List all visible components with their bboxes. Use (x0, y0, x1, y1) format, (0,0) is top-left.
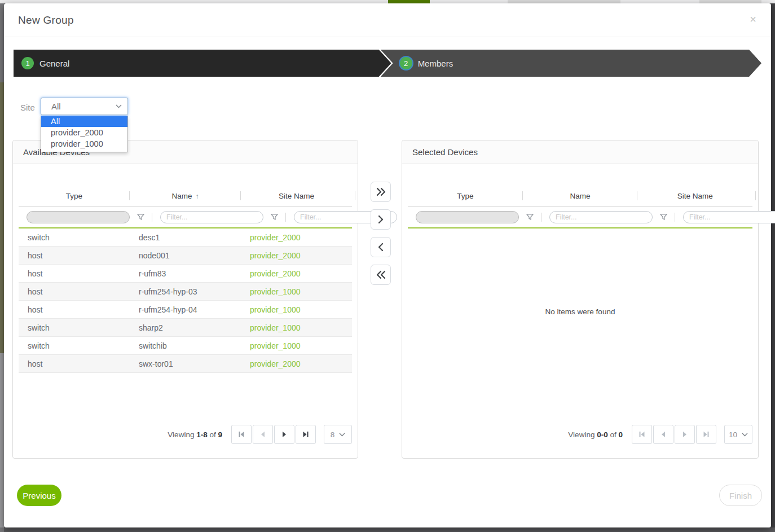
column-header-type[interactable]: Type (19, 192, 130, 200)
move-all-left-button[interactable] (371, 265, 391, 285)
site-select-value: All (51, 102, 116, 111)
filter-cell-site (675, 211, 775, 223)
backdrop-left-strip (0, 353, 4, 527)
backdrop-right-strip (771, 3, 775, 527)
selected-devices-table: Type Name Site Name (408, 188, 752, 228)
filter-cell-type (19, 211, 152, 223)
move-right-button[interactable] (371, 209, 391, 230)
table-header-row: Type Name↑ Site Name (19, 188, 352, 203)
next-page-button (675, 425, 695, 444)
backdrop-left-strip (0, 82, 4, 353)
table-row[interactable]: switchsharp2provider_1000 (19, 319, 352, 337)
panel-title: Selected Devices (412, 147, 478, 157)
filter-cell-name (152, 211, 286, 223)
page-size-select[interactable]: 10 (724, 425, 752, 444)
selected-pagination: Viewing 0-0 of 0 10 (568, 425, 752, 444)
new-group-dialog: New Group × 1 General 2 Members Site All… (4, 3, 771, 527)
chevron-right-icon (378, 215, 384, 224)
column-header-name[interactable]: Name (523, 192, 638, 200)
sort-ascending-icon: ↑ (196, 192, 199, 200)
finish-button: Finish (719, 485, 762, 506)
table-row[interactable]: switchdesc1provider_2000 (19, 228, 352, 247)
step-label: General (39, 59, 69, 68)
double-chevron-left-icon (376, 270, 386, 279)
site-option-provider-1000[interactable]: provider_1000 (41, 138, 127, 150)
move-all-right-button[interactable] (371, 182, 391, 202)
wizard-step-members[interactable]: 2 Members (381, 50, 761, 77)
available-devices-panel: Available Devices Type Name↑ Site Name (12, 140, 358, 459)
site-label: Site (20, 103, 35, 112)
step-label: Members (418, 59, 453, 68)
funnel-icon[interactable] (526, 214, 534, 221)
step-number-badge: 1 (21, 57, 34, 69)
viewing-summary: Viewing 1-8 of 9 (168, 430, 222, 439)
next-page-button[interactable] (274, 425, 294, 444)
wizard-step-general[interactable]: 1 General (14, 50, 391, 77)
site-filter-input[interactable] (683, 211, 775, 223)
funnel-icon[interactable] (660, 214, 667, 221)
previous-page-button (653, 425, 673, 444)
first-page-button (632, 425, 652, 444)
previous-button[interactable]: Previous (17, 485, 61, 506)
panel-header: Selected Devices (402, 140, 758, 164)
site-option-all[interactable]: All (41, 116, 127, 127)
site-dropdown-list: All provider_2000 provider_1000 (41, 116, 128, 152)
previous-page-button (253, 425, 273, 444)
funnel-icon[interactable] (137, 214, 144, 221)
dialog-header: New Group × (4, 3, 771, 37)
name-filter-input[interactable] (160, 211, 263, 223)
last-page-button[interactable] (296, 425, 316, 444)
column-header-name[interactable]: Name↑ (130, 192, 241, 200)
page-size-select[interactable]: 8 (324, 425, 352, 444)
chevron-down-icon (742, 433, 748, 437)
site-option-provider-2000[interactable]: provider_2000 (41, 127, 127, 138)
table-accent-divider (408, 227, 752, 228)
filter-row (19, 206, 352, 227)
name-filter-input[interactable] (549, 211, 653, 223)
type-filter-input (416, 211, 519, 223)
table-row[interactable]: hostr-ufm83provider_2000 (19, 265, 352, 283)
last-page-button (696, 425, 716, 444)
table-row[interactable]: hostr-ufm254-hyp-04provider_1000 (19, 301, 352, 319)
wizard-steps: 1 General 2 Members (14, 50, 761, 77)
table-row[interactable]: hostswx-tor01provider_2000 (19, 355, 352, 373)
type-filter-input (27, 211, 130, 223)
available-pagination: Viewing 1-8 of 9 8 (168, 425, 352, 444)
column-header-site-name[interactable]: Site Name (637, 192, 752, 200)
table-header-row: Type Name Site Name (408, 188, 752, 203)
transfer-controls (371, 182, 391, 285)
dialog-title: New Group (18, 14, 74, 27)
chevron-down-icon (339, 433, 345, 437)
selected-devices-panel: Selected Devices Type Name Site Name (402, 140, 759, 459)
filter-cell-site (286, 211, 420, 223)
move-left-button[interactable] (371, 237, 391, 257)
viewing-summary: Viewing 0-0 of 0 (568, 430, 623, 439)
column-header-site-name[interactable]: Site Name (241, 192, 352, 200)
table-row[interactable]: hostr-ufm254-hyp-03provider_1000 (19, 283, 352, 301)
available-devices-table: Type Name↑ Site Name (19, 188, 352, 373)
empty-state-message: No items were found (402, 307, 758, 316)
step-number-badge: 2 (400, 57, 412, 69)
filter-cell-name (541, 211, 675, 223)
table-row[interactable]: switchswitchibprovider_1000 (19, 337, 352, 355)
filter-row (408, 206, 752, 227)
filter-cell-type (408, 211, 541, 223)
column-header-type[interactable]: Type (408, 192, 523, 200)
close-icon[interactable]: × (746, 12, 760, 26)
first-page-button (231, 425, 252, 444)
double-chevron-right-icon (376, 187, 386, 196)
funnel-icon[interactable] (271, 214, 278, 221)
chevron-left-icon (378, 243, 384, 252)
table-row[interactable]: hostnode001provider_2000 (19, 247, 352, 265)
table-body: switchdesc1provider_2000 hostnode001prov… (19, 228, 352, 373)
site-select[interactable]: All (41, 98, 128, 115)
chevron-down-icon (116, 104, 122, 108)
